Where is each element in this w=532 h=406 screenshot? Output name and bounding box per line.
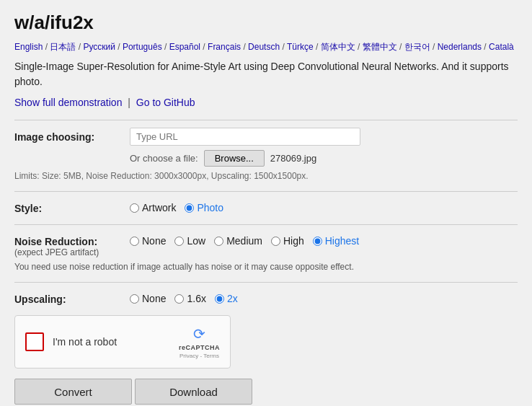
style-artwork-label: Artwork xyxy=(142,202,176,213)
file-row: Or choose a file: Browse... 278069.jpg xyxy=(130,150,518,167)
upscaling-none-option[interactable]: None xyxy=(130,293,166,304)
noise-medium-option[interactable]: Medium xyxy=(214,235,262,247)
download-button[interactable]: Download xyxy=(135,379,252,405)
noise-low-radio[interactable] xyxy=(174,237,184,246)
lang-korean[interactable]: 한국어 xyxy=(404,42,430,52)
style-section: Style: Artwork Photo xyxy=(14,199,518,214)
noise-reduction-note: (expect JPEG artifact) xyxy=(14,247,130,257)
captcha-checkbox[interactable] xyxy=(25,332,44,351)
upscaling-section: Upscaling: None 1.6x 2x xyxy=(14,290,518,305)
divider-2 xyxy=(14,191,518,192)
description: Single-Image Super-Resolution for Anime-… xyxy=(14,59,518,89)
style-controls: Artwork Photo xyxy=(130,199,518,213)
noise-high-option[interactable]: High xyxy=(271,235,304,247)
lang-catalan[interactable]: Català xyxy=(489,42,514,52)
style-artwork-radio[interactable] xyxy=(130,203,139,213)
github-link[interactable]: Go to GitHub xyxy=(136,97,195,108)
upscaling-2x-label: 2x xyxy=(227,293,238,304)
lang-german[interactable]: Deutsch xyxy=(248,42,280,52)
lang-japanese[interactable]: 日本語 xyxy=(50,42,76,52)
style-artwork-option[interactable]: Artwork xyxy=(130,202,176,213)
captcha-privacy-link[interactable]: Privacy xyxy=(179,353,198,359)
upscaling-none-radio[interactable] xyxy=(130,294,139,304)
lang-turkish[interactable]: Türkçe xyxy=(287,42,314,52)
upscaling-1-6x-option[interactable]: 1.6x xyxy=(174,293,205,304)
action-buttons: Convert Download xyxy=(14,379,518,405)
lang-english[interactable]: English xyxy=(14,42,43,52)
image-choosing-row: Image choosing: Or choose a file: Browse… xyxy=(14,128,518,167)
noise-high-radio[interactable] xyxy=(271,237,280,246)
captcha-box: I'm not a robot ⟳ reCAPTCHA Privacy - Te… xyxy=(14,315,231,369)
noise-medium-label: Medium xyxy=(226,235,262,247)
upscaling-none-label: None xyxy=(142,293,166,304)
upscaling-2x-radio[interactable] xyxy=(215,294,224,304)
noise-highest-radio[interactable] xyxy=(313,237,322,246)
recaptcha-icon: ⟳ xyxy=(193,325,205,343)
convert-button[interactable]: Convert xyxy=(14,379,132,405)
noise-none-radio[interactable] xyxy=(130,237,139,246)
lang-dutch[interactable]: Nederlands xyxy=(438,42,482,52)
style-photo-radio[interactable] xyxy=(185,203,194,213)
noise-reduction-row: Noise Reduction: (expect JPEG artifact) … xyxy=(14,232,518,257)
upscaling-controls: None 1.6x 2x xyxy=(130,290,518,304)
lang-french[interactable]: Français xyxy=(208,42,241,52)
captcha-terms-link[interactable]: Terms xyxy=(203,353,219,359)
noise-warning: You need use noise reduction if image ac… xyxy=(14,262,518,272)
captcha-privacy-terms: Privacy - Terms xyxy=(179,353,219,359)
image-choosing-section: Image choosing: Or choose a file: Browse… xyxy=(14,128,518,181)
browse-button[interactable]: Browse... xyxy=(204,150,265,167)
upscaling-radio-group: None 1.6x 2x xyxy=(130,290,518,304)
noise-reduction-label-group: Noise Reduction: (expect JPEG artifact) xyxy=(14,232,130,257)
style-photo-option[interactable]: Photo xyxy=(185,202,223,213)
image-choosing-controls: Or choose a file: Browse... 278069.jpg xyxy=(130,128,518,167)
image-choosing-label: Image choosing: xyxy=(14,128,130,143)
upscaling-row: Upscaling: None 1.6x 2x xyxy=(14,290,518,305)
upscaling-1-6x-label: 1.6x xyxy=(187,293,205,304)
captcha-left: I'm not a robot xyxy=(25,332,117,351)
noise-medium-radio[interactable] xyxy=(214,237,223,246)
lang-portuguese[interactable]: Português xyxy=(123,42,162,52)
divider-3 xyxy=(14,224,518,225)
or-choose-label: Or choose a file: xyxy=(130,153,198,164)
app-title: w/a/ifu2x xyxy=(14,12,518,34)
file-name: 278069.jpg xyxy=(270,153,316,164)
noise-highest-label: Highest xyxy=(325,235,359,247)
upscaling-1-6x-radio[interactable] xyxy=(174,294,184,304)
style-photo-label: Photo xyxy=(197,202,223,213)
noise-low-label: Low xyxy=(187,235,205,247)
noise-none-label: None xyxy=(142,235,166,247)
noise-low-option[interactable]: Low xyxy=(174,235,205,247)
demo-links: Show full demonstration | Go to GitHub xyxy=(14,97,518,108)
noise-reduction-label: Noise Reduction: xyxy=(14,236,130,247)
noise-reduction-section: Noise Reduction: (expect JPEG artifact) … xyxy=(14,232,518,272)
limits-text: Limits: Size: 5MB, Noise Reduction: 3000… xyxy=(14,171,518,181)
link-separator: | xyxy=(128,97,130,108)
recaptcha-brand: reCAPTCHA xyxy=(179,344,220,351)
lang-simplified-chinese[interactable]: 简体中文 xyxy=(321,42,355,52)
upscaling-label: Upscaling: xyxy=(14,290,130,305)
noise-high-label: High xyxy=(283,235,304,247)
noise-reduction-radio-group: None Low Medium High Highest xyxy=(130,232,518,247)
captcha-right: ⟳ reCAPTCHA Privacy - Terms xyxy=(179,325,220,359)
noise-none-option[interactable]: None xyxy=(130,235,166,247)
noise-reduction-controls: None Low Medium High Highest xyxy=(130,232,518,247)
lang-traditional-chinese[interactable]: 繁體中文 xyxy=(363,42,397,52)
lang-russian[interactable]: Русский xyxy=(83,42,115,52)
style-radio-group: Artwork Photo xyxy=(130,199,518,213)
divider-4 xyxy=(14,282,518,283)
show-demo-link[interactable]: Show full demonstration xyxy=(14,97,122,108)
upscaling-2x-option[interactable]: 2x xyxy=(215,293,238,304)
divider-1 xyxy=(14,120,518,120)
url-input[interactable] xyxy=(130,128,360,146)
noise-highest-option[interactable]: Highest xyxy=(313,235,359,247)
lang-spanish[interactable]: Español xyxy=(169,42,200,52)
style-label: Style: xyxy=(14,199,130,214)
captcha-label: I'm not a robot xyxy=(53,336,117,348)
language-bar: English / 日本語 / Русский / Português / Es… xyxy=(14,41,518,53)
style-row: Style: Artwork Photo xyxy=(14,199,518,214)
